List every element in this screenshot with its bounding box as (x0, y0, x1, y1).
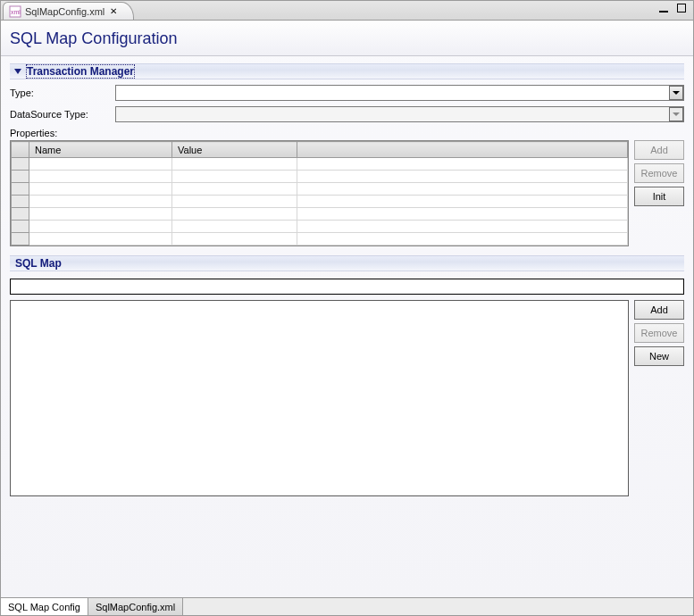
row-type: Type: (10, 85, 684, 101)
dropdown-icon[interactable] (669, 86, 683, 100)
section-title-transaction-manager: Transaction Manager (26, 64, 135, 79)
init-button[interactable]: Init (634, 187, 684, 206)
row-header-corner (12, 142, 29, 158)
type-combo[interactable] (115, 85, 684, 101)
section-title-sql-map: SQL Map (15, 257, 62, 270)
section-transaction-manager: Transaction Manager Type: DataSource Typ… (10, 63, 684, 246)
sql-map-path-input[interactable] (10, 279, 684, 295)
col-spacer (297, 142, 628, 158)
editor-body: SQL Map Configuration Transaction Manage… (1, 21, 693, 597)
table-row[interactable] (12, 196, 628, 208)
datasource-type-combo[interactable] (115, 106, 684, 122)
table-row[interactable] (12, 233, 628, 246)
properties-table[interactable]: Name Value (10, 140, 629, 246)
table-row[interactable] (12, 221, 628, 233)
sql-map-list[interactable] (10, 300, 629, 496)
twistie-down-icon (13, 67, 22, 76)
col-value[interactable]: Value (172, 142, 297, 158)
sql-map-body: Add Remove New (10, 300, 684, 496)
label-properties: Properties: (10, 128, 684, 138)
new-button[interactable]: New (634, 346, 684, 366)
bottom-tab-config[interactable]: SQL Map Config (1, 598, 88, 615)
page-title: SQL Map Configuration (1, 21, 693, 56)
section-header-transaction-manager[interactable]: Transaction Manager (10, 63, 684, 79)
svg-marker-2 (14, 69, 21, 74)
tab-strip-controls (657, 3, 688, 13)
tab-strip: xml SqlMapConfig.xml ✕ (1, 1, 693, 21)
xml-file-icon: xml (9, 5, 21, 18)
svg-text:xml: xml (11, 9, 21, 15)
maximize-icon[interactable] (675, 3, 688, 13)
close-icon[interactable]: ✕ (110, 6, 117, 16)
bottom-tab-bar: SQL Map Config SqlMapConfig.xml (1, 597, 693, 615)
remove-button[interactable]: Remove (634, 163, 684, 183)
editor-tab-label: SqlMapConfig.xml (25, 6, 105, 17)
editor-tab[interactable]: xml SqlMapConfig.xml ✕ (3, 2, 134, 20)
editor-window: xml SqlMapConfig.xml ✕ SQL Map Configura… (0, 0, 694, 616)
table-row[interactable] (12, 171, 628, 183)
row-datasource-type: DataSource Type: (10, 106, 684, 122)
properties-buttons: Add Remove Init (634, 140, 684, 246)
table-row[interactable] (12, 208, 628, 221)
remove-button[interactable]: Remove (634, 323, 684, 343)
label-datasource-type: DataSource Type: (10, 109, 110, 120)
bottom-tab-source[interactable]: SqlMapConfig.xml (88, 598, 183, 615)
table-row[interactable] (12, 158, 628, 171)
add-button[interactable]: Add (634, 140, 684, 160)
add-button[interactable]: Add (634, 300, 684, 320)
minimize-icon[interactable] (657, 3, 670, 13)
table-row[interactable] (12, 183, 628, 196)
sql-map-buttons: Add Remove New (634, 300, 684, 496)
section-header-sql-map[interactable]: SQL Map (10, 255, 684, 271)
col-name[interactable]: Name (29, 142, 172, 158)
properties-area: Name Value (10, 140, 684, 246)
label-type: Type: (10, 87, 110, 98)
dropdown-icon (669, 107, 683, 121)
